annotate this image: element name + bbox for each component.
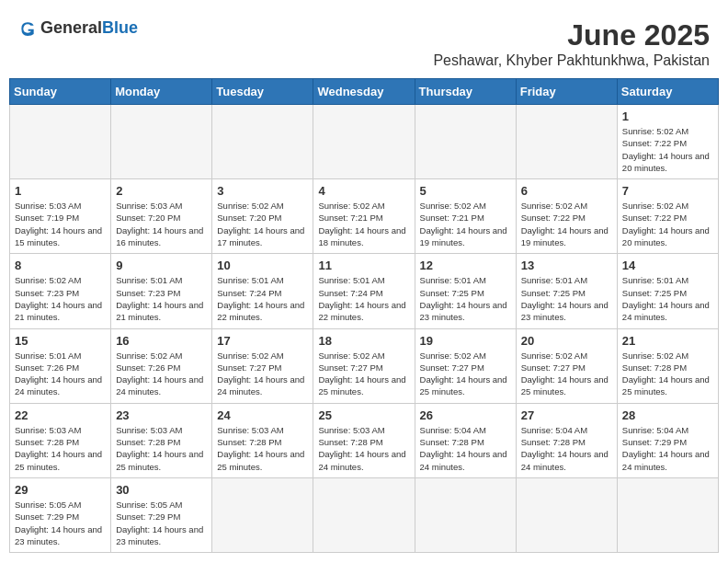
day-number: 7 bbox=[622, 184, 713, 198]
day-info: Sunrise: 5:02 AMSunset: 7:21 PMDaylight:… bbox=[318, 200, 409, 248]
calendar-cell: 7Sunrise: 5:02 AMSunset: 7:22 PMDaylight… bbox=[617, 179, 718, 254]
day-info: Sunrise: 5:03 AMSunset: 7:19 PMDaylight:… bbox=[15, 200, 106, 248]
calendar-cell: 19Sunrise: 5:02 AMSunset: 7:27 PMDayligh… bbox=[415, 328, 516, 403]
day-info: Sunrise: 5:02 AMSunset: 7:22 PMDaylight:… bbox=[622, 125, 713, 174]
day-number: 30 bbox=[116, 483, 207, 497]
calendar-cell bbox=[617, 477, 718, 552]
day-number: 9 bbox=[116, 259, 207, 272]
calendar-cell: 17Sunrise: 5:02 AMSunset: 7:27 PMDayligh… bbox=[212, 328, 313, 403]
day-info: Sunrise: 5:02 AMSunset: 7:22 PMDaylight:… bbox=[622, 200, 713, 248]
calendar-cell: 30Sunrise: 5:05 AMSunset: 7:29 PMDayligh… bbox=[111, 477, 212, 552]
header: GeneralBlue June 2025 Peshawar, Khyber P… bbox=[9, 9, 719, 74]
calendar-header-row: SundayMondayTuesdayWednesdayThursdayFrid… bbox=[10, 79, 719, 105]
day-info: Sunrise: 5:02 AMSunset: 7:21 PMDaylight:… bbox=[420, 200, 511, 248]
day-number: 21 bbox=[622, 334, 713, 348]
calendar-cell: 3Sunrise: 5:02 AMSunset: 7:20 PMDaylight… bbox=[212, 179, 313, 254]
calendar-cell: 21Sunrise: 5:02 AMSunset: 7:28 PMDayligh… bbox=[617, 328, 718, 403]
day-number: 27 bbox=[521, 408, 612, 422]
calendar-week-row: 8Sunrise: 5:02 AMSunset: 7:23 PMDaylight… bbox=[10, 254, 719, 328]
day-number: 2 bbox=[116, 184, 207, 198]
calendar-cell: 26Sunrise: 5:04 AMSunset: 7:28 PMDayligh… bbox=[415, 403, 516, 477]
day-number: 10 bbox=[217, 259, 308, 272]
calendar-cell bbox=[516, 477, 617, 552]
day-info: Sunrise: 5:02 AMSunset: 7:27 PMDaylight:… bbox=[318, 350, 409, 398]
calendar-cell: 29Sunrise: 5:05 AMSunset: 7:29 PMDayligh… bbox=[10, 477, 111, 552]
calendar-cell: 18Sunrise: 5:02 AMSunset: 7:27 PMDayligh… bbox=[313, 328, 415, 403]
month-year-title: June 2025 bbox=[433, 18, 710, 52]
calendar-cell: 12Sunrise: 5:01 AMSunset: 7:25 PMDayligh… bbox=[415, 254, 516, 328]
day-info: Sunrise: 5:03 AMSunset: 7:28 PMDaylight:… bbox=[116, 424, 207, 473]
day-header-tuesday: Tuesday bbox=[212, 79, 313, 105]
calendar-week-row: 29Sunrise: 5:05 AMSunset: 7:29 PMDayligh… bbox=[10, 477, 719, 552]
logo-text-blue: Blue bbox=[102, 18, 138, 37]
day-info: Sunrise: 5:02 AMSunset: 7:27 PMDaylight:… bbox=[420, 350, 511, 398]
day-info: Sunrise: 5:03 AMSunset: 7:28 PMDaylight:… bbox=[318, 424, 409, 473]
calendar-table: SundayMondayTuesdayWednesdayThursdayFrid… bbox=[9, 78, 719, 553]
day-number: 25 bbox=[318, 408, 409, 422]
day-header-sunday: Sunday bbox=[10, 79, 111, 105]
calendar-cell: 1Sunrise: 5:03 AMSunset: 7:19 PMDaylight… bbox=[10, 179, 111, 254]
day-number: 1 bbox=[622, 109, 713, 123]
calendar-cell bbox=[313, 477, 415, 552]
day-info: Sunrise: 5:04 AMSunset: 7:29 PMDaylight:… bbox=[622, 424, 713, 473]
day-header-wednesday: Wednesday bbox=[313, 79, 415, 105]
calendar-cell: 8Sunrise: 5:02 AMSunset: 7:23 PMDaylight… bbox=[10, 254, 111, 328]
calendar-cell bbox=[10, 105, 111, 179]
day-info: Sunrise: 5:01 AMSunset: 7:26 PMDaylight:… bbox=[15, 350, 106, 398]
day-number: 23 bbox=[116, 408, 207, 422]
day-number: 8 bbox=[15, 259, 106, 272]
day-number: 26 bbox=[420, 408, 511, 422]
calendar-cell: 22Sunrise: 5:03 AMSunset: 7:28 PMDayligh… bbox=[10, 403, 111, 477]
calendar-cell: 24Sunrise: 5:03 AMSunset: 7:28 PMDayligh… bbox=[212, 403, 313, 477]
day-info: Sunrise: 5:01 AMSunset: 7:23 PMDaylight:… bbox=[116, 274, 207, 323]
day-number: 11 bbox=[318, 259, 409, 272]
day-info: Sunrise: 5:05 AMSunset: 7:29 PMDaylight:… bbox=[116, 499, 207, 547]
logo: GeneralBlue bbox=[18, 18, 138, 38]
logo-text-general: General bbox=[40, 18, 102, 37]
calendar-cell: 13Sunrise: 5:01 AMSunset: 7:25 PMDayligh… bbox=[516, 254, 617, 328]
day-info: Sunrise: 5:04 AMSunset: 7:28 PMDaylight:… bbox=[521, 424, 612, 473]
calendar-cell: 6Sunrise: 5:02 AMSunset: 7:22 PMDaylight… bbox=[516, 179, 617, 254]
day-number: 5 bbox=[420, 184, 511, 198]
day-info: Sunrise: 5:02 AMSunset: 7:23 PMDaylight:… bbox=[15, 274, 106, 323]
calendar-cell: 28Sunrise: 5:04 AMSunset: 7:29 PMDayligh… bbox=[617, 403, 718, 477]
day-number: 16 bbox=[116, 334, 207, 348]
day-info: Sunrise: 5:01 AMSunset: 7:25 PMDaylight:… bbox=[420, 274, 511, 323]
calendar-cell: 14Sunrise: 5:01 AMSunset: 7:25 PMDayligh… bbox=[617, 254, 718, 328]
calendar-cell: 25Sunrise: 5:03 AMSunset: 7:28 PMDayligh… bbox=[313, 403, 415, 477]
calendar-cell: 11Sunrise: 5:01 AMSunset: 7:24 PMDayligh… bbox=[313, 254, 415, 328]
calendar-cell bbox=[313, 105, 415, 179]
day-number: 6 bbox=[521, 184, 612, 198]
calendar-cell: 20Sunrise: 5:02 AMSunset: 7:27 PMDayligh… bbox=[516, 328, 617, 403]
day-number: 13 bbox=[521, 259, 612, 272]
calendar-cell bbox=[111, 105, 212, 179]
day-info: Sunrise: 5:01 AMSunset: 7:25 PMDaylight:… bbox=[521, 274, 612, 323]
day-info: Sunrise: 5:02 AMSunset: 7:27 PMDaylight:… bbox=[521, 350, 612, 398]
day-info: Sunrise: 5:05 AMSunset: 7:29 PMDaylight:… bbox=[15, 499, 106, 547]
day-info: Sunrise: 5:02 AMSunset: 7:27 PMDaylight:… bbox=[217, 350, 308, 398]
calendar-cell: 2Sunrise: 5:03 AMSunset: 7:20 PMDaylight… bbox=[111, 179, 212, 254]
calendar-cell: 23Sunrise: 5:03 AMSunset: 7:28 PMDayligh… bbox=[111, 403, 212, 477]
day-info: Sunrise: 5:01 AMSunset: 7:25 PMDaylight:… bbox=[622, 274, 713, 323]
calendar-week-row: 1Sunrise: 5:02 AMSunset: 7:22 PMDaylight… bbox=[10, 105, 719, 179]
calendar-cell: 16Sunrise: 5:02 AMSunset: 7:26 PMDayligh… bbox=[111, 328, 212, 403]
day-number: 28 bbox=[622, 408, 713, 422]
calendar-week-row: 15Sunrise: 5:01 AMSunset: 7:26 PMDayligh… bbox=[10, 328, 719, 403]
day-number: 24 bbox=[217, 408, 308, 422]
day-info: Sunrise: 5:02 AMSunset: 7:28 PMDaylight:… bbox=[622, 350, 713, 398]
day-number: 29 bbox=[15, 483, 106, 497]
calendar-cell: 1Sunrise: 5:02 AMSunset: 7:22 PMDaylight… bbox=[617, 105, 718, 179]
title-block: June 2025 Peshawar, Khyber Pakhtunkhwa, … bbox=[433, 18, 710, 69]
location-title: Peshawar, Khyber Pakhtunkhwa, Pakistan bbox=[433, 52, 710, 69]
day-info: Sunrise: 5:04 AMSunset: 7:28 PMDaylight:… bbox=[420, 424, 511, 473]
day-info: Sunrise: 5:01 AMSunset: 7:24 PMDaylight:… bbox=[318, 274, 409, 323]
day-info: Sunrise: 5:02 AMSunset: 7:22 PMDaylight:… bbox=[521, 200, 612, 248]
calendar-cell bbox=[212, 477, 313, 552]
calendar-cell: 5Sunrise: 5:02 AMSunset: 7:21 PMDaylight… bbox=[415, 179, 516, 254]
day-number: 22 bbox=[15, 408, 106, 422]
calendar-cell: 4Sunrise: 5:02 AMSunset: 7:21 PMDaylight… bbox=[313, 179, 415, 254]
calendar-cell bbox=[415, 105, 516, 179]
calendar-cell bbox=[212, 105, 313, 179]
day-header-monday: Monday bbox=[111, 79, 212, 105]
day-header-thursday: Thursday bbox=[415, 79, 516, 105]
